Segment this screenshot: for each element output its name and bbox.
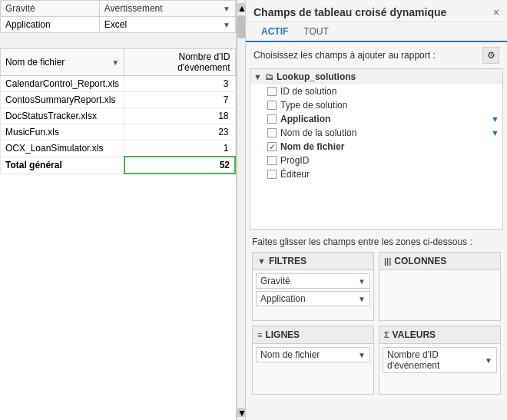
colonnes-header: ||| COLONNES [379,253,500,270]
field-item[interactable]: Éditeur [264,167,502,181]
table-row: MusicFun.xls23 [1,124,236,141]
gear-button[interactable]: ⚙ [482,47,499,64]
lignes-label: LIGNES [265,329,300,340]
choose-fields-label: Choisissez les champs à ajouter au rappo… [254,50,436,61]
fields-list: ID de solutionType de solutionApplicatio… [250,84,502,181]
field-label: ID de solution [280,86,336,97]
zone-dropdown-label: Gravité [260,276,290,286]
data-col1-header: Nom de fichier ▼ [1,49,124,76]
field-item[interactable]: Application▼ [264,112,502,126]
table-row: OCX_LoanSimulator.xls1 [1,141,236,157]
panel-header: Champs de tableau croisé dynamique × [246,0,507,22]
field-item[interactable]: Nom de la solution▼ [264,126,502,140]
filtres-zone: ▼ FILTRES Gravité▼Application▼ [252,252,374,321]
filter-col2-dropdown-arrow[interactable]: ▼ [223,5,230,13]
lignes-content: Nom de fichier▼ [253,344,373,368]
lignes-zone: ≡ LIGNES Nom de fichier▼ [252,326,374,395]
zone-dropdown[interactable]: Application▼ [256,291,370,306]
field-filter-icon[interactable]: ▼ [491,114,499,124]
fields-list-container[interactable]: ▼ 🗂 Lookup_solutions ID de solutionType … [250,68,503,230]
colonnes-content [379,270,500,276]
zone-dropdown[interactable]: Gravité▼ [256,273,370,289]
center-scrollbar[interactable]: ▲ ▼ [237,0,246,420]
field-label: ProgID [280,155,309,166]
filter-col1-header: Gravité [1,1,100,17]
field-item[interactable]: ID de solution [264,84,502,98]
right-panel: Champs de tableau croisé dynamique × ACT… [246,0,507,420]
close-button[interactable]: × [493,6,499,18]
field-checkbox[interactable] [267,170,277,179]
filtres-header: ▼ FILTRES [253,253,373,270]
field-label: Application [280,114,330,124]
zone-dropdown-arrow[interactable]: ▼ [358,351,366,359]
zone-dropdown-label: Application [260,293,306,304]
total-row: Total général52 [1,157,236,174]
scroll-down-arrow[interactable]: ▼ [237,408,245,417]
field-checkbox[interactable] [267,142,277,151]
zone-dropdown-label: Nom de fichier [260,349,320,360]
filter-col2-header: Avertissement ▼ [99,1,235,17]
zone-dropdown-arrow[interactable]: ▼ [485,356,492,365]
tab-actif[interactable]: ACTIF [254,22,296,42]
row-value: 7 [124,92,235,108]
field-checkbox[interactable] [267,87,277,96]
lignes-header: ≡ LIGNES [253,326,373,344]
row-value: 23 [124,124,235,141]
field-label: Nom de fichier [280,141,344,152]
filter-table: Gravité Avertissement ▼ Application Exce… [0,0,236,33]
data-col1-dropdown-arrow[interactable]: ▼ [111,58,119,67]
root-label: Lookup_solutions [277,71,356,82]
row-value: 3 [124,76,235,92]
field-item[interactable]: Type de solution [264,98,502,112]
field-item[interactable]: ProgID [264,154,502,167]
table-row: CalendarControl_Report.xls3 [1,76,236,92]
colonnes-zone: ||| COLONNES [379,252,501,321]
colonnes-label: COLONNES [394,256,446,266]
row-name: MusicFun.xls [1,124,124,141]
row-value: 1 [124,141,235,157]
choose-fields-row: Choisissez les champs à ajouter au rappo… [246,42,507,68]
filter-row1-col1: Application [1,17,100,33]
field-label: Éditeur [280,169,310,180]
left-panel: Gravité Avertissement ▼ Application Exce… [0,0,237,420]
field-checkbox[interactable] [267,156,277,165]
field-label: Type de solution [280,100,347,111]
filtres-content: Gravité▼Application▼ [253,270,373,312]
field-checkbox[interactable] [267,128,277,137]
row-name: DocStatusTracker.xlsx [1,108,124,124]
valeurs-header: Σ VALEURS [379,326,500,344]
filter-row1-dropdown-arrow[interactable]: ▼ [223,21,230,29]
scroll-thumb[interactable] [237,15,245,38]
row-name: CalendarControl_Report.xls [1,76,124,92]
valeurs-zone: Σ VALEURS Nombre d'ID d'événement▼ [379,326,501,395]
table-row: DocStatusTracker.xlsx18 [1,108,236,124]
zones-section: Faites glisser les champs entre les zone… [246,233,507,420]
colonnes-icon: ||| [384,256,391,266]
field-filter-icon[interactable]: ▼ [491,128,499,137]
field-checkbox[interactable] [267,114,277,124]
lignes-icon: ≡ [257,330,262,339]
row-name: OCX_LoanSimulator.xls [1,141,124,157]
zone-dropdown-arrow[interactable]: ▼ [358,277,366,286]
filter-row1-col2: Excel ▼ [99,17,235,33]
data-table: Nom de fichier ▼ Nombre d'ID d'événement… [0,48,236,174]
expand-icon: ▼ [254,72,262,81]
tree-root: ▼ 🗂 Lookup_solutions [250,69,502,84]
total-label: Total général [1,157,124,174]
filtres-label: FILTRES [269,256,307,266]
zone-dropdown[interactable]: Nom de fichier▼ [256,347,370,362]
tab-tout[interactable]: TOUT [296,22,336,42]
total-value: 52 [124,157,235,174]
zone-dropdown-label: Nombre d'ID d'événement [387,349,485,371]
field-checkbox[interactable] [267,101,277,110]
zones-grid: ▼ FILTRES Gravité▼Application▼ ||| COLON… [252,252,501,395]
panel-title: Champs de tableau croisé dynamique [254,6,446,18]
zones-hint: Faites glisser les champs entre les zone… [252,236,501,247]
data-col2-header: Nombre d'ID d'événement [124,49,235,76]
field-label: Nom de la solution [280,127,356,138]
scroll-up-arrow[interactable]: ▲ [237,3,245,12]
row-name: ContosSummaryReport.xls [1,92,124,108]
zone-dropdown[interactable]: Nombre d'ID d'événement▼ [383,347,497,373]
field-item[interactable]: Nom de fichier [264,140,502,154]
zone-dropdown-arrow[interactable]: ▼ [358,295,366,303]
